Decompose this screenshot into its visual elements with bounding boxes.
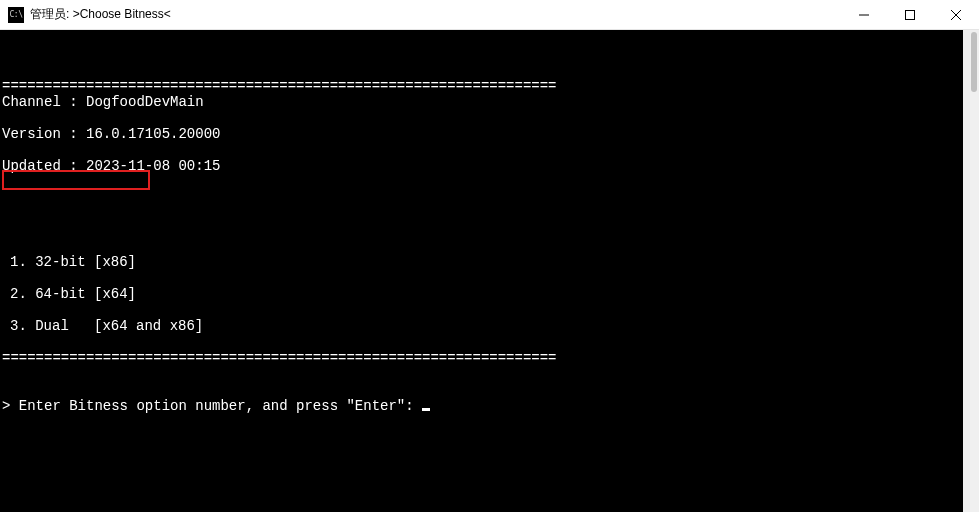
close-button[interactable] <box>933 0 979 29</box>
divider-top: ========================================… <box>2 78 557 94</box>
minimize-button[interactable] <box>841 0 887 29</box>
maximize-button[interactable] <box>887 0 933 29</box>
cursor <box>422 408 430 411</box>
prompt-line: > Enter Bitness option number, and press… <box>2 398 977 414</box>
option-dual: 3. Dual [x64 and x86] <box>2 318 977 334</box>
window-controls <box>841 0 979 29</box>
option-32bit: 1. 32-bit [x86] <box>2 254 977 270</box>
terminal-content: ========================================… <box>0 62 979 446</box>
blank-line <box>2 190 977 206</box>
scrollbar[interactable] <box>963 30 979 512</box>
blank-line <box>2 366 977 382</box>
channel-line: Channel : DogfoodDevMain <box>2 94 977 110</box>
version-line: Version : 16.0.17105.20000 <box>2 126 977 142</box>
scrollbar-thumb[interactable] <box>971 32 977 92</box>
blank-line <box>2 222 977 238</box>
updated-line: Updated : 2023-11-08 00:15 <box>2 158 977 174</box>
svg-rect-1 <box>906 10 915 19</box>
terminal-area[interactable]: ========================================… <box>0 30 979 512</box>
divider-bottom: ========================================… <box>2 350 557 366</box>
titlebar: C:\ 管理员: >Choose Bitness< <box>0 0 979 30</box>
cmd-icon: C:\ <box>8 7 24 23</box>
window-title: 管理员: >Choose Bitness< <box>30 6 841 23</box>
option-64bit: 2. 64-bit [x64] <box>2 286 977 302</box>
prompt-text: > Enter Bitness option number, and press… <box>2 398 422 414</box>
